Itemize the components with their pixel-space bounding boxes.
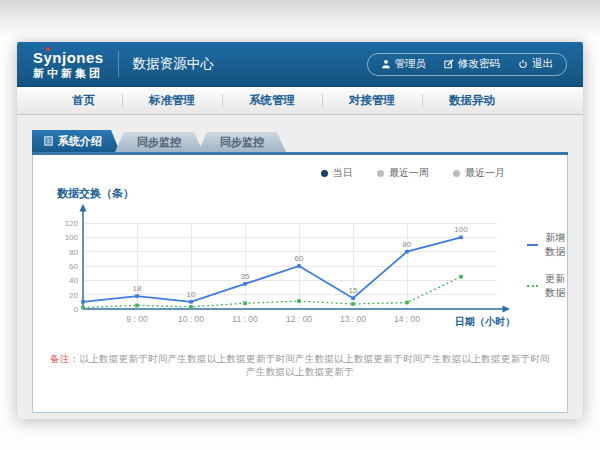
x-tick-labels: 9 : 0010 : 0011 : 0012 : 0013 : 0014 : 0… [126,314,420,324]
tab-label: 系统介绍 [58,134,102,149]
chart-legend: 新增数据更新数据 [527,231,566,335]
svg-text:10: 10 [187,290,196,299]
tab-bar: 系统介绍同步监控同步监控 [32,130,583,152]
page-background: Synjones 新中新集团 数据资源中心 管理员 修改密码 [0,0,600,450]
nav-item-interface-mgmt[interactable]: 对接管理 [322,87,422,114]
content-area: 系统介绍同步监控同步监控 当日最近一周最近一月 数据交换（条） 02040608… [17,115,583,419]
svg-text:80: 80 [403,240,412,249]
logout-label: 退出 [532,57,553,71]
y-tick-labels: 020406080100120 [65,219,79,314]
logo-accent-dot [46,47,50,51]
svg-text:0: 0 [74,305,79,314]
logo-text-en: Synjones [33,50,104,65]
nav-item-home[interactable]: 首页 [45,87,122,114]
tab-label: 同步监控 [220,136,264,148]
svg-text:13 : 00: 13 : 00 [340,314,366,324]
app-window: Synjones 新中新集团 数据资源中心 管理员 修改密码 [17,42,583,419]
filter-option-last-month[interactable]: 最近一月 [453,166,505,180]
svg-text:14 : 00: 14 : 00 [394,314,420,324]
svg-text:60: 60 [69,262,78,271]
svg-text:100: 100 [65,233,79,242]
svg-text:18: 18 [133,284,142,293]
change-password-label: 修改密码 [458,57,500,71]
logout-button[interactable]: 退出 [509,57,562,71]
nav-item-system-mgmt[interactable]: 系统管理 [222,87,322,114]
user-toolbar: 管理员 修改密码 退出 [367,53,568,76]
logo-text-cn: 新中新集团 [33,68,104,79]
svg-text:15: 15 [349,286,358,295]
svg-text:40: 40 [69,276,78,285]
y-axis-arrow [79,204,86,212]
footnote-text: 以上数据更新于时间产生数据以上数据更新于时间产生数据以上数据更新于时间产生数据以… [80,353,550,377]
series-value-labels-new-data: 181035601580100 [133,225,469,299]
main-nav: 首页标准管理系统管理对接管理数据异动 [17,87,583,115]
document-icon [44,136,53,146]
svg-text:12 : 00: 12 : 00 [286,314,312,324]
footnote-prefix: 备注： [50,353,79,364]
brand-logo[interactable]: Synjones 新中新集团 [33,50,104,79]
legend-line-swatch [527,244,538,246]
radio-icon [321,170,328,177]
svg-text:120: 120 [65,219,79,228]
svg-text:100: 100 [454,225,468,234]
legend-line-swatch [527,285,538,287]
user-menu-button[interactable]: 管理员 [372,57,436,71]
filter-option-today[interactable]: 当日 [321,166,353,180]
tab-label: 同步监控 [137,136,181,148]
radio-icon [453,170,460,177]
legend-item-new-data[interactable]: 新增数据 [527,231,566,259]
filter-label: 最近一周 [389,166,429,180]
header-divider [118,51,119,77]
app-title: 数据资源中心 [133,55,214,73]
svg-text:35: 35 [241,272,250,281]
svg-text:10 : 00: 10 : 00 [178,314,204,324]
svg-text:60: 60 [295,254,304,263]
user-icon [381,59,391,69]
power-icon [518,59,528,69]
user-label: 管理员 [395,57,427,71]
nav-item-data-change[interactable]: 数据异动 [422,87,522,114]
x-axis-title: 日期（小时） [455,316,515,327]
tab-system-intro[interactable]: 系统介绍 [32,130,120,152]
filter-option-last-week[interactable]: 最近一周 [377,166,429,180]
x-axis-arrow [503,305,511,312]
tab-sync-monitor-1[interactable]: 同步监控 [115,132,203,152]
line-chart: 0204060801001209 : 0010 : 0011 : 0012 : … [57,201,519,335]
change-password-button[interactable]: 修改密码 [435,57,509,71]
chart-row: 0204060801001209 : 0010 : 0011 : 0012 : … [47,201,553,335]
app-header: Synjones 新中新集团 数据资源中心 管理员 修改密码 [17,42,583,87]
edit-icon [444,59,454,69]
nav-item-standard-mgmt[interactable]: 标准管理 [122,87,222,114]
radio-icon [377,170,384,177]
legend-label: 更新数据 [545,272,566,300]
filter-label: 最近一月 [465,166,505,180]
svg-text:80: 80 [69,248,78,257]
svg-text:9 : 00: 9 : 00 [126,314,148,324]
time-filter-group: 当日最近一周最近一月 [47,166,553,180]
chart-y-axis-title: 数据交换（条） [57,186,553,201]
content-panel: 当日最近一周最近一月 数据交换（条） 0204060801001209 : 00… [32,155,568,413]
svg-text:20: 20 [69,291,78,300]
tab-sync-monitor-2[interactable]: 同步监控 [198,132,286,152]
footnote: 备注：以上数据更新于时间产生数据以上数据更新于时间产生数据以上数据更新于时间产生… [47,353,553,379]
svg-text:11 : 00: 11 : 00 [232,314,258,324]
legend-label: 新增数据 [545,231,566,259]
filter-label: 当日 [333,166,353,180]
legend-item-updated-data[interactable]: 更新数据 [527,272,566,300]
